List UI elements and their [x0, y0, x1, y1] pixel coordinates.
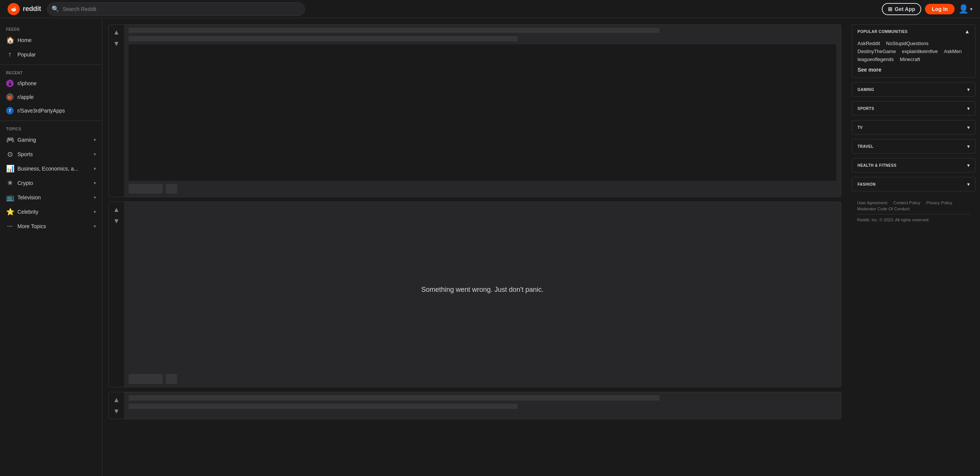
apple-community-icon: 🍎: [6, 93, 14, 101]
footer-divider: [857, 214, 970, 214]
gaming-topic-header[interactable]: GAMING ▾: [852, 83, 975, 96]
sidebar-television-label: Television: [18, 194, 90, 200]
community-link-nostupidquestions[interactable]: NoStupidQuestions: [886, 41, 928, 46]
tv-topic-panel: TV ▾: [852, 120, 975, 135]
gaming-chevron-icon: ▾: [94, 137, 96, 143]
crypto-chevron-icon: ▾: [94, 180, 96, 186]
footer-link-moderator-code[interactable]: Moderator Code Of Conduct: [857, 206, 910, 211]
post-card-2: ▲ ▼: [108, 392, 841, 419]
sidebar-item-business[interactable]: 📊 Business, Economics, a... ▾: [0, 162, 102, 176]
more-topics-chevron-icon: ▾: [94, 224, 96, 229]
health-topic-title: HEALTH & FITNESS: [858, 163, 897, 168]
travel-topic-header[interactable]: TRAVEL ▾: [852, 140, 975, 153]
see-more-link[interactable]: See more: [858, 67, 970, 73]
health-chevron-icon: ▾: [967, 162, 970, 168]
sidebar-home-label: Home: [18, 37, 96, 43]
post-footer-pill-1a: [129, 184, 163, 194]
fashion-chevron-icon: ▾: [967, 181, 970, 187]
fashion-topic-panel: FASHION ▾: [852, 177, 975, 191]
footer-links: User Agreement Content Policy Privacy Po…: [857, 200, 970, 211]
user-menu-button[interactable]: 👤 ▾: [958, 4, 972, 14]
community-link-destinythegame[interactable]: DestinyTheGame: [858, 49, 896, 54]
iphone-community-icon: 📱: [6, 79, 14, 87]
sidebar-item-sports[interactable]: ⊙ Sports ▾: [0, 147, 102, 162]
sidebar-gaming-label: Gaming: [18, 137, 90, 143]
travel-chevron-icon: ▾: [967, 143, 970, 149]
sidebar-item-popular[interactable]: ↑ Popular: [0, 48, 102, 61]
sidebar-item-home[interactable]: 🏠 Home: [0, 33, 102, 48]
recent-label: RECENT: [0, 68, 102, 76]
downvote-button-2[interactable]: ▼: [112, 407, 121, 416]
page-layout: FEEDS 🏠 Home ↑ Popular RECENT 📱 r/iphone…: [0, 18, 980, 476]
sidebar-item-iphone[interactable]: 📱 r/iphone: [0, 76, 102, 90]
sports-topic-header[interactable]: SPORTS ▾: [852, 102, 975, 115]
upvote-button-2[interactable]: ▲: [112, 395, 121, 405]
sidebar-item-celebrity[interactable]: ⭐ Celebrity ▾: [0, 205, 102, 219]
sidebar-popular-label: Popular: [18, 52, 96, 58]
sports-chevron-icon: ▾: [967, 105, 970, 111]
community-link-explainlikeimfive[interactable]: explainlikeimfive: [902, 49, 938, 54]
post-card-1: ▲ ▼: [108, 24, 841, 197]
sidebar-item-crypto[interactable]: ✳ Crypto ▾: [0, 176, 102, 190]
sidebar-iphone-label: r/iphone: [18, 80, 96, 86]
community-link-askreddit[interactable]: AskReddit: [858, 41, 880, 46]
sidebar-save3rd-label: r/Save3rdPartyApps: [18, 108, 96, 114]
sidebar-item-save3rdparty[interactable]: 7 r/Save3rdPartyApps: [0, 104, 102, 117]
business-icon: 📊: [6, 165, 14, 173]
sidebar-item-television[interactable]: 📺 Television ▾: [0, 190, 102, 205]
popular-communities-header[interactable]: POPULAR COMMUNITIES ▲: [852, 25, 975, 38]
post-subtitle-skeleton-1: [129, 36, 518, 41]
login-button[interactable]: Log In: [925, 4, 955, 14]
fashion-topic-header[interactable]: FASHION ▾: [852, 178, 975, 191]
save3rd-community-icon: 7: [6, 107, 14, 114]
health-topic-panel: HEALTH & FITNESS ▾: [852, 158, 975, 173]
post-body-error: Something went wrong. Just don't panic.: [124, 202, 841, 387]
post-content-area-1: [129, 44, 836, 181]
search-input[interactable]: [47, 2, 305, 16]
vote-column-2: ▲ ▼: [109, 392, 124, 419]
footer-link-user-agreement[interactable]: User Agreement: [857, 200, 887, 205]
user-icon: 👤: [958, 4, 969, 14]
celebrity-icon: ⭐: [6, 208, 14, 216]
upvote-button-error[interactable]: ▲: [112, 205, 121, 214]
sidebar-item-apple[interactable]: 🍎 r/apple: [0, 90, 102, 104]
sidebar-right: POPULAR COMMUNITIES ▲ AskReddit NoStupid…: [847, 18, 980, 476]
post-body-2: [124, 392, 841, 419]
sidebar-divider-2: [0, 121, 102, 121]
gaming-topic-panel: GAMING ▾: [852, 82, 975, 97]
downvote-button-1[interactable]: ▼: [112, 39, 121, 48]
community-links-grid: AskReddit NoStupidQuestions DestinyTheGa…: [858, 41, 970, 62]
feeds-label: FEEDS: [0, 24, 102, 33]
sidebar-more-topics-label: More Topics: [18, 223, 90, 229]
tv-topic-header[interactable]: TV ▾: [852, 121, 975, 134]
get-app-button[interactable]: ⊞ Get App: [882, 3, 921, 15]
sports-topic-title: SPORTS: [858, 106, 874, 111]
footer-link-content-policy[interactable]: Content Policy: [893, 200, 920, 205]
sidebar-divider-1: [0, 64, 102, 65]
sidebar-apple-label: r/apple: [18, 94, 96, 100]
downvote-button-error[interactable]: ▼: [112, 216, 121, 225]
post-footer-pill-1b: [166, 184, 177, 194]
community-link-minecraft[interactable]: Minecraft: [900, 57, 920, 62]
post-title-skeleton-1: [129, 28, 660, 33]
community-link-askmen[interactable]: AskMen: [944, 49, 962, 54]
post-body-1: [124, 25, 841, 197]
footer-copyright: Reddit, Inc. © 2023. All rights reserved…: [857, 217, 970, 222]
upvote-button-1[interactable]: ▲: [112, 28, 121, 37]
main-content: ▲ ▼ ▲ ▼ Something went wrong. Ju: [102, 18, 847, 476]
popular-communities-title: POPULAR COMMUNITIES: [858, 30, 908, 34]
gaming-chevron-icon: ▾: [967, 86, 970, 92]
celebrity-chevron-icon: ▾: [94, 209, 96, 214]
community-link-leagueoflegends[interactable]: leagueoflegends: [858, 57, 894, 62]
tv-chevron-icon: ▾: [967, 124, 970, 130]
qr-icon: ⊞: [888, 6, 892, 12]
home-icon: 🏠: [6, 36, 14, 44]
right-footer: User Agreement Content Policy Privacy Po…: [852, 196, 975, 227]
sidebar-item-gaming[interactable]: 🎮 Gaming ▾: [0, 133, 102, 147]
health-topic-header[interactable]: HEALTH & FITNESS ▾: [852, 159, 975, 172]
sidebar-crypto-label: Crypto: [18, 180, 90, 186]
sidebar-item-more-topics[interactable]: ··· More Topics ▾: [0, 219, 102, 233]
post-card-error: ▲ ▼ Something went wrong. Just don't pan…: [108, 202, 841, 387]
footer-link-privacy-policy[interactable]: Privacy Policy: [926, 200, 952, 205]
logo[interactable]: reddit: [8, 3, 41, 15]
